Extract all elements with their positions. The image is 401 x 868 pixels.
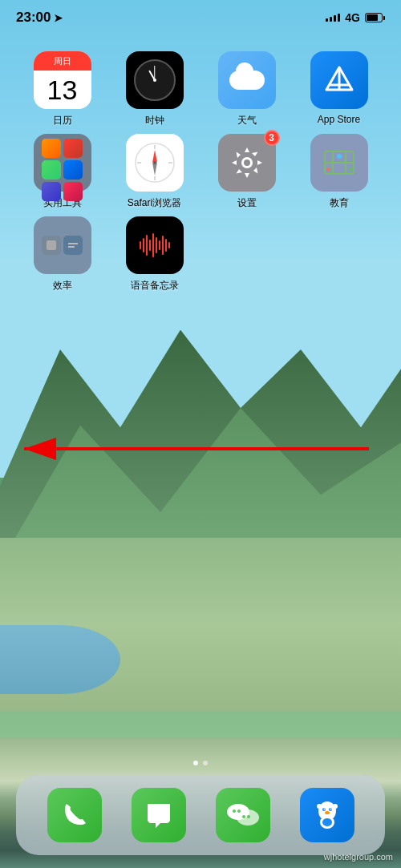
settings-badge: 3 [264,130,280,146]
settings-svg [230,146,264,180]
app-grid: 周日 13 日历 时钟 天气 [0,43,401,307]
education-icon[interactable] [310,134,368,192]
app-item-voicememo[interactable]: 语音备忘录 [116,216,192,293]
wave-bar-3 [146,235,148,256]
messages-icon[interactable] [132,788,186,842]
productivity-icon[interactable] [34,216,91,274]
signal-bar-4 [338,14,340,22]
app-item-clock[interactable]: 时钟 [116,51,192,127]
settings-label: 设置 [237,196,257,210]
page-dot-2 [203,761,208,765]
util-mini-4 [63,160,83,180]
util-mini-5 [42,182,61,201]
lake-area [0,625,120,695]
svg-point-20 [349,168,352,171]
settings-icon[interactable]: 3 [218,134,276,192]
util-mini-2 [63,139,83,158]
education-svg [322,145,357,180]
phone-icon[interactable] [47,788,102,842]
status-icons: 4G [326,11,385,24]
page-dot-1 [193,761,198,765]
svg-rect-21 [47,240,56,250]
phone-svg [61,801,88,829]
svg-point-18 [337,154,342,159]
wave-bar-10 [168,242,170,248]
qq-icon[interactable] [300,788,354,842]
wave-bar-4 [149,240,151,251]
productivity-label: 效率 [53,279,72,293]
messages-svg [144,801,173,830]
util-mini-1 [42,139,61,158]
safari-label: Safari浏览器 [128,196,181,210]
utilities-icon[interactable] [34,134,91,192]
svg-point-37 [322,818,332,826]
wave-bar-5 [152,233,154,257]
weather-label: 天气 [237,114,257,127]
svg-point-29 [247,815,250,818]
app-item-appstore[interactable]: App Store [301,51,377,127]
app-item-education[interactable]: 教育 [301,134,377,210]
svg-point-13 [244,159,250,166]
qq-svg [310,798,344,832]
svg-point-34 [330,809,331,810]
page-dots [0,761,401,765]
location-icon: ➤ [54,12,63,24]
svg-point-19 [326,168,330,171]
svg-point-27 [237,809,241,813]
wave-bar-7 [159,240,160,250]
svg-rect-22 [68,243,78,244]
safari-svg [132,140,177,185]
signal-icon [326,14,340,22]
prod-mini-2 [63,236,83,255]
calendar-date: 13 [47,71,78,109]
wechat-icon[interactable] [216,788,270,842]
clock-face [134,59,176,101]
dock-app-phone[interactable] [47,788,102,842]
app-row-1: 周日 13 日历 时钟 天气 [16,51,385,127]
watermark: wjhotelgroup.com [324,852,393,862]
dock-app-wechat[interactable] [216,788,270,842]
wave-bar-9 [165,239,167,252]
appstore-svg [323,64,355,96]
battery-icon [365,13,385,22]
status-time: 23:00 ➤ [16,10,63,26]
svg-point-11 [153,161,156,164]
time-display: 23:00 [16,10,51,26]
signal-bar-1 [326,18,328,22]
education-label: 教育 [330,196,349,210]
voicememo-label: 语音备忘录 [131,279,179,293]
wave-bar-6 [156,237,157,253]
svg-point-35 [325,811,330,814]
signal-bar-3 [334,15,336,22]
app-item-utilities[interactable]: 实用工具 [24,134,100,210]
app-item-settings[interactable]: 3 设置 [209,134,285,210]
appstore-icon[interactable] [310,51,368,109]
signal-bar-2 [330,17,332,22]
watermark-text: wjhotelgroup.com [324,852,393,862]
wave-bar-8 [162,236,164,255]
dock [16,775,385,855]
wechat-svg [223,795,263,835]
waveform [140,231,170,260]
weather-icon[interactable] [218,51,276,109]
svg-point-33 [323,809,325,810]
clock-icon[interactable] [126,51,184,109]
calendar-label: 日历 [53,114,72,127]
calendar-day: 周日 [34,51,91,71]
battery-fill [367,14,378,21]
svg-point-26 [233,809,236,813]
app-item-weather[interactable]: 天气 [209,51,285,127]
app-item-safari[interactable]: Safari浏览器 [116,134,192,210]
svg-point-39 [333,804,338,809]
appstore-label: App Store [318,114,360,125]
app-item-calendar[interactable]: 周日 13 日历 [24,51,100,127]
dock-app-qq[interactable] [300,788,354,842]
safari-icon[interactable] [126,134,184,192]
voicememo-icon[interactable] [126,216,184,274]
calendar-icon[interactable]: 周日 13 [34,51,91,109]
clock-label: 时钟 [145,114,164,127]
app-row-2: 实用工具 Safari浏览器 [16,134,385,210]
util-mini-3 [42,160,61,180]
app-item-productivity[interactable]: 效率 [24,216,100,293]
dock-app-messages[interactable] [132,788,186,842]
